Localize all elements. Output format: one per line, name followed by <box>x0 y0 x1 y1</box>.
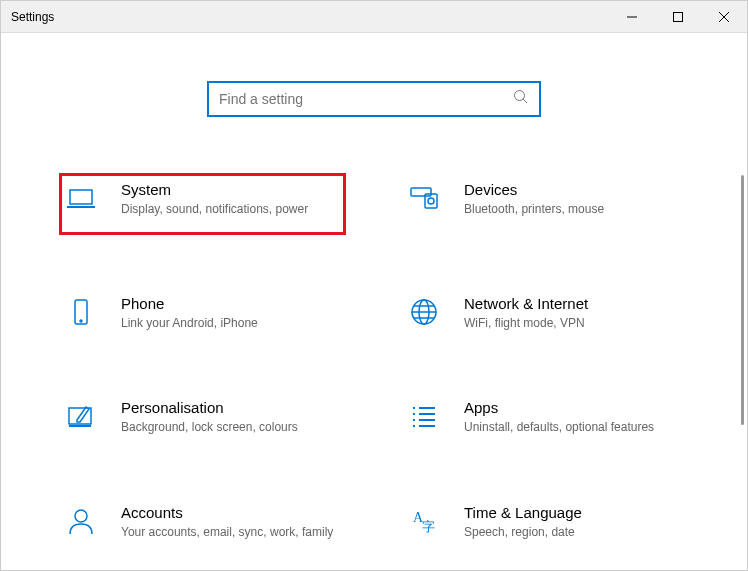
language-icon: A 字 <box>406 504 442 538</box>
search-input[interactable] <box>219 91 513 107</box>
svg-point-14 <box>428 198 434 204</box>
svg-point-16 <box>80 320 82 322</box>
category-desc: Speech, region, date <box>464 525 681 541</box>
close-button[interactable] <box>701 1 747 33</box>
category-desc: Display, sound, notifications, power <box>121 202 338 218</box>
maximize-button[interactable] <box>655 1 701 33</box>
scrollbar-thumb[interactable] <box>741 175 744 425</box>
paint-icon <box>63 399 99 433</box>
category-time-language[interactable]: A 字 Time & Language Speech, region, date <box>402 496 689 549</box>
titlebar[interactable]: Settings <box>1 1 747 33</box>
laptop-icon <box>63 181 99 215</box>
svg-point-32 <box>75 510 87 522</box>
category-desc: Bluetooth, printers, mouse <box>464 202 681 218</box>
category-title: Accounts <box>121 504 338 521</box>
svg-text:字: 字 <box>422 519 435 534</box>
category-title: System <box>121 181 338 198</box>
category-devices[interactable]: Devices Bluetooth, printers, mouse <box>402 173 689 235</box>
category-desc: Link your Android, iPhone <box>121 316 338 332</box>
minimize-icon <box>627 12 637 22</box>
category-personalisation[interactable]: Personalisation Background, lock screen,… <box>59 391 346 444</box>
svg-rect-1 <box>674 12 683 21</box>
category-desc: WiFi, flight mode, VPN <box>464 316 681 332</box>
search-icon <box>513 89 529 109</box>
search-container <box>207 81 541 117</box>
category-title: Network & Internet <box>464 295 681 312</box>
window-title: Settings <box>1 10 54 24</box>
svg-rect-6 <box>70 190 92 204</box>
maximize-icon <box>673 12 683 22</box>
content-area: System Display, sound, notifications, po… <box>1 33 747 570</box>
category-system[interactable]: System Display, sound, notifications, po… <box>59 173 346 235</box>
close-icon <box>719 12 729 22</box>
category-apps[interactable]: Apps Uninstall, defaults, optional featu… <box>402 391 689 444</box>
category-title: Time & Language <box>464 504 681 521</box>
categories-grid[interactable]: System Display, sound, notifications, po… <box>1 173 747 570</box>
phone-icon <box>63 295 99 329</box>
category-desc: Your accounts, email, sync, work, family <box>121 525 338 541</box>
category-title: Devices <box>464 181 681 198</box>
category-accounts[interactable]: Accounts Your accounts, email, sync, wor… <box>59 496 346 549</box>
search-box[interactable] <box>207 81 541 117</box>
globe-icon <box>406 295 442 329</box>
category-desc: Uninstall, defaults, optional features <box>464 420 681 436</box>
svg-line-5 <box>523 99 527 103</box>
category-phone[interactable]: Phone Link your Android, iPhone <box>59 287 346 340</box>
category-desc: Background, lock screen, colours <box>121 420 338 436</box>
devices-icon <box>406 181 442 215</box>
category-network[interactable]: Network & Internet WiFi, flight mode, VP… <box>402 287 689 340</box>
category-title: Phone <box>121 295 338 312</box>
minimize-button[interactable] <box>609 1 655 33</box>
person-icon <box>63 504 99 538</box>
settings-window: Settings <box>0 0 748 571</box>
apps-list-icon <box>406 399 442 433</box>
category-title: Apps <box>464 399 681 416</box>
category-title: Personalisation <box>121 399 338 416</box>
